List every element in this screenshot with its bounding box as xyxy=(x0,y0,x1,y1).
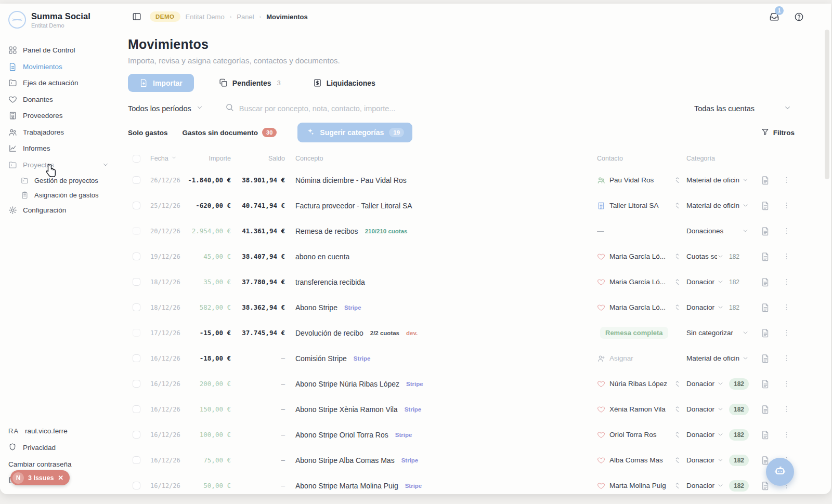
contact-selector-icon[interactable] xyxy=(673,482,681,489)
tab-liquidaciones[interactable]: Liquidaciones xyxy=(306,74,383,92)
document-attach-icon[interactable] xyxy=(754,430,777,440)
chevron-down-icon[interactable] xyxy=(102,161,109,168)
contact-selector-icon[interactable] xyxy=(673,176,681,184)
help-icon[interactable] xyxy=(794,12,804,22)
table-row[interactable]: 16/12/2650,00 €—Abono Stripe Marta Molin… xyxy=(128,473,831,494)
row-menu-icon[interactable] xyxy=(777,405,796,414)
contact-selector-icon[interactable] xyxy=(673,405,681,413)
contact-name[interactable]: Maria García Ló... xyxy=(609,253,666,260)
category-dropdown[interactable]: Donacior xyxy=(686,380,724,388)
sidebar-item-trabajadores[interactable]: Trabajadores xyxy=(8,124,123,141)
category-dropdown[interactable]: Sin categorizar xyxy=(686,329,749,337)
row-checkbox[interactable] xyxy=(128,227,146,235)
contact-name[interactable]: Maria García Ló... xyxy=(609,278,666,286)
row-menu-icon[interactable] xyxy=(777,252,796,261)
sidebar-item-ejes-de-actuaci-n[interactable]: Ejes de actuación xyxy=(8,75,123,91)
breadcrumb-panel[interactable]: Panel xyxy=(237,13,254,21)
row-menu-icon[interactable] xyxy=(777,354,796,363)
document-attach-icon[interactable] xyxy=(754,328,777,338)
contact-name[interactable]: Taller Litoral SA xyxy=(609,202,659,209)
row-menu-icon[interactable] xyxy=(777,227,796,235)
row-menu-icon[interactable] xyxy=(777,201,796,210)
row-checkbox[interactable] xyxy=(128,405,146,413)
row-menu-icon[interactable] xyxy=(777,379,796,388)
sidebar-item-proyectos[interactable]: Proyectos xyxy=(8,157,123,174)
contact-selector-icon[interactable] xyxy=(673,278,681,286)
cell-concepto[interactable]: Nómina diciembre - Pau Vidal Ros xyxy=(285,176,597,184)
contact-name[interactable]: Marta Molina Puig xyxy=(609,482,666,489)
logo[interactable]: Summa Social Entitat Demo xyxy=(8,11,123,29)
contact-selector-icon[interactable] xyxy=(673,303,681,311)
cell-concepto[interactable]: transferencia recibida xyxy=(285,278,597,286)
contact-name[interactable]: Asignar xyxy=(609,354,633,362)
contact-name[interactable]: Xènia Ramon Vila xyxy=(609,405,666,413)
solo-gastos-chip[interactable]: Solo gastos xyxy=(128,129,168,137)
contact-selector-icon[interactable] xyxy=(673,456,681,464)
row-checkbox[interactable] xyxy=(128,253,146,260)
table-row[interactable]: 16/12/26200,00 €—Abono Stripe Núria Riba… xyxy=(128,371,831,396)
table-row[interactable]: 16/12/26-18,00 €—Comisión StripeStripeAs… xyxy=(128,346,831,371)
breadcrumb-entity[interactable]: Entitat Demo xyxy=(186,13,225,21)
contact-name[interactable]: Maria García Ló... xyxy=(609,303,666,311)
sidebar-item-movimientos[interactable]: Movimientos xyxy=(8,59,123,75)
row-checkbox[interactable] xyxy=(128,431,146,439)
scrollbar-thumb[interactable] xyxy=(825,30,829,179)
document-attach-icon[interactable] xyxy=(754,405,777,414)
sidebar-item-gesti-n-de-proyectos[interactable]: Gestión de proyectos xyxy=(8,173,123,188)
assistant-fab-button[interactable] xyxy=(766,458,794,486)
row-menu-icon[interactable] xyxy=(777,303,796,312)
sidebar-item-privacidad[interactable]: Privacidad xyxy=(8,439,118,456)
tab-pendientes[interactable]: Pendientes3 xyxy=(212,74,288,92)
row-checkbox[interactable] xyxy=(128,278,146,286)
document-attach-icon[interactable] xyxy=(754,201,777,210)
document-attach-icon[interactable] xyxy=(754,354,777,363)
category-dropdown[interactable]: Donaciones xyxy=(686,227,749,235)
category-dropdown[interactable]: Donacior xyxy=(686,431,724,439)
cell-concepto[interactable]: Remesa de recibos210/210 cuotas xyxy=(285,227,597,235)
sugerir-categorias-button[interactable]: Sugerir categorías 19 xyxy=(297,123,412,142)
row-checkbox[interactable] xyxy=(128,303,146,311)
contact-selector-icon[interactable] xyxy=(673,253,681,260)
category-dropdown[interactable]: Donacior xyxy=(686,456,724,464)
table-row[interactable]: 16/12/26150,00 €—Abono Stripe Xènia Ramo… xyxy=(128,396,831,422)
inbox-icon[interactable]: 1 xyxy=(769,11,779,22)
contact-selector-icon[interactable] xyxy=(673,431,681,439)
gastos-sin-documento-chip[interactable]: Gastos sin documento 30 xyxy=(183,128,277,137)
cell-concepto[interactable]: Abono Stripe Núria Ribas LópezStripe xyxy=(285,380,597,388)
row-checkbox[interactable] xyxy=(128,202,146,209)
sidebar-item-informes[interactable]: Informes xyxy=(8,140,123,157)
category-dropdown[interactable]: Material de oficin xyxy=(686,176,749,184)
row-menu-icon[interactable] xyxy=(777,430,796,439)
document-attach-icon[interactable] xyxy=(754,227,777,236)
row-checkbox[interactable] xyxy=(128,456,146,464)
document-attach-icon[interactable] xyxy=(754,303,777,312)
contact-selector-icon[interactable] xyxy=(673,380,681,388)
sidebar-item-configuraci-n[interactable]: Configuración xyxy=(8,202,123,219)
row-checkbox[interactable] xyxy=(128,354,146,362)
row-checkbox[interactable] xyxy=(128,482,146,489)
issues-close-icon[interactable]: ✕ xyxy=(58,474,63,482)
category-dropdown[interactable]: Donacior xyxy=(686,405,724,413)
table-row[interactable]: 26/12/26-1.840,00 €38.901,94 €Nómina dic… xyxy=(128,167,831,193)
cell-concepto[interactable]: Comisión StripeStripe xyxy=(285,354,597,363)
table-row[interactable]: 19/12/2645,00 €38.407,94 €abono en cuent… xyxy=(128,244,831,269)
row-checkbox[interactable] xyxy=(128,329,146,337)
sidebar-item-donantes[interactable]: Donantes xyxy=(8,91,123,108)
document-attach-icon[interactable] xyxy=(754,176,777,185)
row-menu-icon[interactable] xyxy=(777,176,796,184)
cell-concepto[interactable]: Devolución de recibo2/2 cuotasdev. xyxy=(285,329,597,337)
category-dropdown[interactable]: Donacior xyxy=(686,303,724,311)
cell-concepto[interactable]: Abono Stripe Marta Molina PuigStripe xyxy=(285,482,597,490)
row-checkbox[interactable] xyxy=(128,176,146,184)
accounts-dropdown[interactable]: Todas las cuentas xyxy=(694,104,791,113)
contact-name[interactable]: Núria Ribas López xyxy=(609,380,667,388)
sidebar-item-proveedores[interactable]: Proveedores xyxy=(8,108,123,124)
table-row[interactable]: 18/12/2635,00 €37.780,94 €transferencia … xyxy=(128,269,831,295)
filtros-button[interactable]: Filtros xyxy=(761,128,795,137)
table-row[interactable]: 25/12/26-620,00 €40.741,94 €Factura prov… xyxy=(128,193,831,218)
user-row[interactable]: RA raul.vico.ferre xyxy=(8,422,118,439)
sidebar-item-panel-de-control[interactable]: Panel de Control xyxy=(8,42,123,59)
cell-concepto[interactable]: Abono Stripe Xènia Ramon VilaStripe xyxy=(285,405,597,414)
category-dropdown[interactable]: Material de oficin xyxy=(686,354,749,362)
table-row[interactable]: 17/12/26-15,00 €37.745,94 €Devolución de… xyxy=(128,320,831,346)
